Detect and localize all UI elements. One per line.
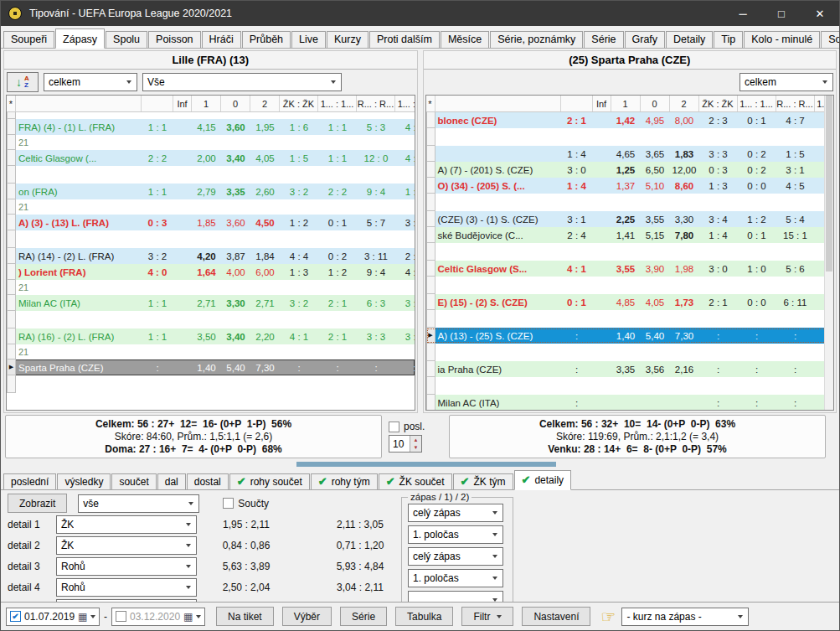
zobrazit-button[interactable]: Zobrazit [8, 494, 67, 513]
row-marker-cell [7, 328, 16, 344]
maximize-button-icon[interactable]: □ [762, 1, 801, 26]
tab-soupeři[interactable]: Soupeři [3, 31, 54, 48]
match-row[interactable]: 1 : 44,653,651,833 : 30 : 21 : 51 : 4 [426, 146, 834, 162]
match-row[interactable]: ské Budějovice (C...2 : 41,415,157,801 :… [426, 227, 834, 243]
tab-souhrn[interactable]: Souhrn [821, 31, 840, 48]
výběr-button[interactable]: Výběr [282, 607, 332, 626]
home-filter-value: celkem [44, 76, 80, 88]
série-button[interactable]: Série [340, 607, 387, 626]
detail-tab-label: dal [165, 476, 178, 488]
match-row[interactable]: on (FRA)1 : 12,793,352,603 : 22 : 29 : 4… [7, 184, 415, 199]
detail-3-type-combo[interactable]: Rohů [56, 557, 197, 576]
detail-tab-žk-tým[interactable]: ✔ŽK tým [453, 473, 513, 489]
match-row[interactable]: ia Praha (CZE):3,353,562,16:::: [426, 361, 834, 377]
match-row[interactable]: Milan AC (ITA)1 : 12,713,302,713 : 22 : … [7, 295, 415, 311]
detail-tab-dal[interactable]: dal [157, 473, 186, 489]
soucty-checkbox[interactable] [223, 498, 234, 509]
match-row[interactable]: ▶A) (13) - (25) S. (CZE):1,405,407,30:::… [426, 328, 834, 344]
zapas-combo-4[interactable]: 1. poločas [408, 569, 503, 587]
match-row[interactable]: blonec (CZE)2 : 11,424,958,002 : 30 : 14… [426, 112, 834, 128]
close-button-icon[interactable]: ✕ [801, 1, 839, 26]
date-to-checkbox[interactable] [116, 611, 126, 622]
sort-az-button[interactable]: ↓ AZ [7, 72, 39, 92]
match-row[interactable]: A) (7) - (201) S. (CZE)3 : 01,256,5012,0… [426, 162, 834, 178]
match-row[interactable]: Milan AC (ITA)::::: [426, 395, 834, 411]
detail-4-type-combo[interactable]: Rohů [56, 578, 197, 597]
detail-tab-poslední[interactable]: poslední [3, 473, 56, 489]
vertical-scrollbar-thumb[interactable] [826, 96, 832, 272]
date-to-picker[interactable]: 03.12.2020 ▦ [111, 608, 205, 626]
date-from-picker[interactable]: 01.07.2019 ▦ [6, 608, 100, 626]
tab-tip[interactable]: Tip [714, 31, 743, 48]
chevron-down-icon [186, 586, 191, 589]
zapas-combo-1[interactable]: celý zápas [408, 504, 503, 522]
detail-type-value: ŽK [57, 540, 74, 551]
match-row[interactable]: FRA) (4) - (1) L. (FRA)1 : 14,153,601,95… [7, 119, 415, 135]
details-filter-combo[interactable]: vše [78, 494, 199, 513]
detail-1-type-combo[interactable]: ŽK [56, 515, 197, 534]
detail-tab-rohy-součet[interactable]: ✔rohy součet [229, 473, 310, 489]
vertical-scrollbar[interactable] [824, 96, 833, 410]
row-marker-cell [7, 344, 16, 359]
match-row[interactable]: Celtic Glasgow (S...4 : 13,553,901,983 :… [426, 261, 834, 277]
tab-kurzy[interactable]: Kurzy [327, 31, 368, 48]
match-row[interactable]: Celtic Glasgow (...2 : 22,003,404,051 : … [7, 150, 415, 166]
inf-cell [173, 184, 192, 199]
home-filter-combo[interactable]: celkem [44, 73, 137, 91]
match-row[interactable]: E) (15) - (2) S. (CZE)0 : 14,854,051,732… [426, 294, 834, 310]
match-row[interactable]: O) (34) - (205) S. (...1 : 41,375,108,60… [426, 178, 834, 194]
tab-měsíce[interactable]: Měsíce [441, 31, 489, 48]
match-row[interactable]: A) (3) - (13) L. (FRA)0 : 31,853,604,501… [7, 215, 415, 230]
detail-tab-žk-součet[interactable]: ✔ŽK součet [379, 473, 452, 489]
odd-1: 4,85 [611, 294, 641, 310]
match-row[interactable]: (CZE) (3) - (1) S. (CZE)3 : 12,253,553,3… [426, 211, 834, 227]
nastavení-button[interactable]: Nastavení [522, 607, 590, 626]
tab-detaily[interactable]: Detaily [666, 31, 713, 48]
horizontal-scrollbar-thumb[interactable] [296, 462, 556, 467]
tab-zápasy[interactable]: Zápasy [55, 28, 105, 49]
minimize-button-icon[interactable]: ─ [724, 1, 762, 26]
tabulka-button[interactable]: Tabulka [395, 607, 453, 626]
match-row[interactable]: RA) (14) - (2) L. (FRA)3 : 24,203,871,84… [7, 248, 415, 264]
tab-live[interactable]: Live [291, 31, 326, 48]
home-competition-combo[interactable]: Vše [142, 73, 342, 91]
tab-průběh[interactable]: Průběh [242, 31, 291, 48]
stat-pair-1: 3 : 3 [699, 146, 738, 162]
kurz-combo[interactable]: - kurz na zápas - [621, 608, 749, 626]
tab-proti-dalším[interactable]: Proti dalším [369, 31, 440, 48]
filtr-button[interactable]: Filtr [461, 607, 513, 626]
spinner-down-icon[interactable]: ▼ [410, 444, 421, 453]
date-from-checkbox[interactable] [10, 611, 21, 622]
match-row[interactable]: RA) (16) - (2) L. (FRA)1 : 13,503,402,20… [7, 328, 415, 344]
horizontal-scrollbar[interactable] [5, 461, 835, 468]
posl-checkbox[interactable] [389, 422, 399, 432]
zapas-combo-3[interactable]: celý zápas [408, 547, 503, 566]
odd-2: 8,60 [670, 178, 699, 194]
match-row[interactable]: ) Lorient (FRA)4 : 01,644,006,001 : 31 :… [7, 264, 415, 280]
tab-série[interactable]: Série [584, 31, 623, 48]
stat-pair-2: 1 : 2 [318, 264, 357, 280]
stat-pair-2: 1 : 1 [318, 150, 357, 166]
detail-tab-dostal[interactable]: dostal [187, 473, 229, 489]
tab-grafy[interactable]: Grafy [625, 31, 666, 48]
inf-cell [173, 215, 192, 230]
match-row[interactable]: ▶Sparta Praha (CZE):1,405,407,30:::: [7, 359, 415, 375]
tab-hráči[interactable]: Hráči [202, 31, 241, 48]
detail-2-type-combo[interactable]: ŽK [56, 536, 197, 555]
detail-tab-součet[interactable]: součet [111, 473, 156, 489]
stat-pair-3: 6 : 11 [776, 294, 815, 310]
detail-tab-detaily[interactable]: ✔detaily [514, 470, 572, 490]
tab-kolo-minulé[interactable]: Kolo - minulé [744, 31, 820, 48]
na-tiket-button[interactable]: Na tiket [216, 607, 274, 626]
last-n-spinner[interactable]: 10 ▲ ▼ [389, 435, 422, 453]
tab-série-poznámky[interactable]: Série, poznámky [490, 31, 583, 48]
tab-spolu[interactable]: Spolu [106, 31, 147, 48]
chevron-down-icon [186, 544, 191, 547]
away-filter-combo[interactable]: celkem [740, 73, 833, 91]
stat-pair-4: : [395, 359, 415, 375]
detail-tab-rohy-tým[interactable]: ✔rohy tým [311, 473, 378, 489]
tab-poisson[interactable]: Poisson [148, 31, 200, 48]
spinner-up-icon[interactable]: ▲ [410, 436, 421, 444]
detail-tab-výsledky[interactable]: výsledky [57, 473, 111, 489]
zapas-combo-2[interactable]: 1. poločas [408, 525, 503, 544]
